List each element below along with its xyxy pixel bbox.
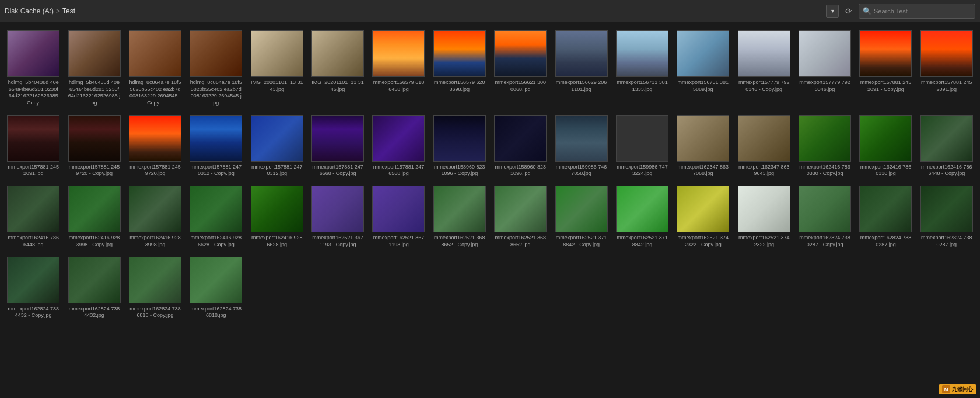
thumbnail-label: mmexport156731 3815889.jpg <box>677 79 729 93</box>
thumbnail-image <box>190 30 242 77</box>
breadcrumb-current: Test <box>62 7 75 15</box>
list-item[interactable]: mmexport157881 2470312 - Copy.jpg <box>187 113 244 180</box>
list-item[interactable]: mmexport157881 2470312.jpg <box>249 113 306 180</box>
list-item[interactable]: mmexport162416 7866448.jpg <box>5 183 62 250</box>
list-item[interactable]: mmexport162416 9286628 - Copy.jpg <box>187 183 244 250</box>
list-item[interactable]: mmexport162521 3742322.jpg <box>736 183 793 250</box>
thumbnail-label: mmexport162521 3688652 - Copy.jpg <box>433 235 486 248</box>
thumbnail-image <box>7 30 60 77</box>
thumbnail-image <box>372 186 425 232</box>
list-item[interactable]: mmexport162416 7860330 - Copy.jpg <box>796 113 853 180</box>
thumbnail-label: hdlmg_5b40438d 40e654a4be6d281 3230f64d2… <box>68 79 121 107</box>
list-item[interactable]: mmexport156579 6186458.jpg <box>370 28 427 109</box>
list-item[interactable]: mmexport162824 7380287 - Copy.jpg <box>796 183 853 250</box>
list-item[interactable]: mmexport157779 7920346 - Copy.jpg <box>736 28 793 109</box>
dropdown-button[interactable]: ▾ <box>826 5 839 18</box>
list-item[interactable]: mmexport162521 3718842 - Copy.jpg <box>552 183 610 250</box>
list-item[interactable]: mmexport159986 7467858.jpg <box>552 113 610 180</box>
thumbnail-image <box>433 186 486 232</box>
list-item[interactable]: mmexport157881 2459720.jpg <box>127 113 184 180</box>
list-item[interactable]: mmexport157881 2452091 - Copy.jpg <box>857 28 914 109</box>
list-item[interactable]: mmexport162521 3742322 - Copy.jpg <box>674 183 732 250</box>
thumbnail-image <box>312 186 364 232</box>
thumbnail-label: mmexport162347 8637068.jpg <box>677 164 729 177</box>
thumbnail-image <box>251 186 303 232</box>
thumbnail-image <box>312 115 364 162</box>
list-item[interactable]: hdlmg_5b40438d 40e654a4be6d281 3230f64d2… <box>65 28 123 109</box>
thumbnail-label: mmexport156621 3000068.jpg <box>494 79 547 93</box>
list-item[interactable]: mmexport162416 9283998 - Copy.jpg <box>65 183 123 250</box>
list-item[interactable]: mmexport162416 9286628.jpg <box>249 183 306 250</box>
main-content: hdlmg_5b40438d 40e654a4be6d281 3230f64d2… <box>0 22 980 398</box>
thumbnail-label: hdlmg_5b40438d 40e654a4be6d281 3230f64d2… <box>7 79 60 107</box>
thumbnail-label: mmexport157881 2470312 - Copy.jpg <box>190 164 242 177</box>
list-item[interactable]: mmexport158960 8231096.jpg <box>492 113 549 180</box>
list-item[interactable]: mmexport157881 2476568 - Copy.jpg <box>309 113 366 180</box>
thumbnail-image <box>433 115 486 162</box>
list-item[interactable]: mmexport162824 7384432 - Copy.jpg <box>5 254 62 322</box>
thumbnail-label: mmexport159986 7467858.jpg <box>555 164 608 177</box>
thumbnail-label: mmexport162347 8639643.jpg <box>738 164 790 177</box>
thumbnail-label: mmexport162824 7380287.jpg <box>921 235 973 248</box>
thumbnail-image <box>859 186 912 232</box>
list-item[interactable]: mmexport156579 6208698.jpg <box>431 28 488 109</box>
list-item[interactable]: mmexport162521 3671193.jpg <box>370 183 427 250</box>
list-item[interactable]: mmexport162416 7866448 - Copy.jpg <box>918 113 975 180</box>
list-item[interactable]: mmexport162416 9283998.jpg <box>127 183 184 250</box>
list-item[interactable]: IMG_20201101_13 3145.jpg <box>309 28 366 109</box>
list-item[interactable]: mmexport162347 8637068.jpg <box>674 113 732 180</box>
thumbnail-image <box>738 186 790 232</box>
thumbnail-image <box>921 30 973 77</box>
thumbnail-image <box>738 30 790 77</box>
list-item[interactable]: hdlmg_5b40438d 40e654a4be6d281 3230f64d2… <box>5 28 62 109</box>
thumbnail-image <box>494 115 547 162</box>
list-item[interactable]: mmexport157881 2476568.jpg <box>370 113 427 180</box>
thumbnail-label: mmexport157881 2459720 - Copy.jpg <box>68 164 121 177</box>
list-item[interactable]: mmexport162416 7860330.jpg <box>857 113 914 180</box>
thumbnail-label: mmexport162824 7380287.jpg <box>859 235 912 248</box>
thumbnail-image <box>7 115 60 162</box>
top-bar: Disk Cache (A:) > Test ▾ ⟳ 🔍 <box>0 0 980 22</box>
list-item[interactable]: mmexport162824 7386818.jpg <box>187 254 244 322</box>
list-item[interactable]: mmexport162521 3688652 - Copy.jpg <box>431 183 488 250</box>
list-item[interactable]: mmexport162824 7380287.jpg <box>918 183 975 250</box>
list-item[interactable]: mmexport162521 3718842.jpg <box>614 183 671 250</box>
list-item[interactable]: hdlmg_8c864a7e 18f55820b55c402 ea2b7d008… <box>187 28 244 109</box>
thumbnail-image <box>251 115 303 162</box>
thumbnail-label: mmexport162824 7386818.jpg <box>190 306 242 319</box>
thumbnail-label: hdlmg_8c864a7e 18f55820b55c402 ea2b7d008… <box>129 79 181 107</box>
thumbnail-image <box>7 186 60 232</box>
thumbnail-label: mmexport156629 2061101.jpg <box>555 79 608 93</box>
thumbnail-label: mmexport156579 6186458.jpg <box>372 79 425 93</box>
list-item[interactable]: mmexport156731 3811333.jpg <box>614 28 671 109</box>
list-item[interactable]: mmexport157779 7920346.jpg <box>796 28 853 109</box>
list-item[interactable]: IMG_20201101_13 3143.jpg <box>249 28 306 109</box>
thumbnail-label: mmexport157881 2470312.jpg <box>251 164 303 177</box>
thumbnail-image <box>7 257 60 303</box>
list-item[interactable]: mmexport157881 2459720 - Copy.jpg <box>65 113 123 180</box>
list-item[interactable]: mmexport162824 7384432.jpg <box>65 254 123 322</box>
list-item[interactable]: mmexport162824 7380287.jpg <box>857 183 914 250</box>
list-item[interactable]: mmexport162521 3671193 - Copy.jpg <box>309 183 366 250</box>
thumbnail-image <box>312 30 364 77</box>
list-item[interactable]: mmexport156629 2061101.jpg <box>552 28 610 109</box>
list-item[interactable]: mmexport162521 3688652.jpg <box>492 183 549 250</box>
list-item[interactable]: mmexport156731 3815889.jpg <box>674 28 732 109</box>
list-item[interactable]: hdlmg_8c864a7e 18f55820b55c402 ea2b7d008… <box>127 28 184 109</box>
thumbnail-image <box>616 186 668 232</box>
thumbnail-label: mmexport162416 9286628.jpg <box>251 235 303 248</box>
breadcrumb-root[interactable]: Disk Cache (A:) <box>5 7 54 15</box>
list-item[interactable]: mmexport162347 8639643.jpg <box>736 113 793 180</box>
thumbnail-image <box>433 30 486 77</box>
refresh-button[interactable]: ⟳ <box>842 5 855 18</box>
list-item[interactable]: mmexport159986 7473224.jpg <box>614 113 671 180</box>
search-input[interactable] <box>874 8 971 15</box>
list-item[interactable]: mmexport157881 2452091.jpg <box>918 28 975 109</box>
thumbnail-label: mmexport162416 7866448 - Copy.jpg <box>921 164 973 177</box>
thumbnail-image <box>190 115 242 162</box>
list-item[interactable]: mmexport156621 3000068.jpg <box>492 28 549 109</box>
list-item[interactable]: mmexport162824 7386818 - Copy.jpg <box>127 254 184 322</box>
thumbnail-image <box>129 30 181 77</box>
list-item[interactable]: mmexport157881 2452091.jpg <box>5 113 62 180</box>
list-item[interactable]: mmexport158960 8231096 - Copy.jpg <box>431 113 488 180</box>
